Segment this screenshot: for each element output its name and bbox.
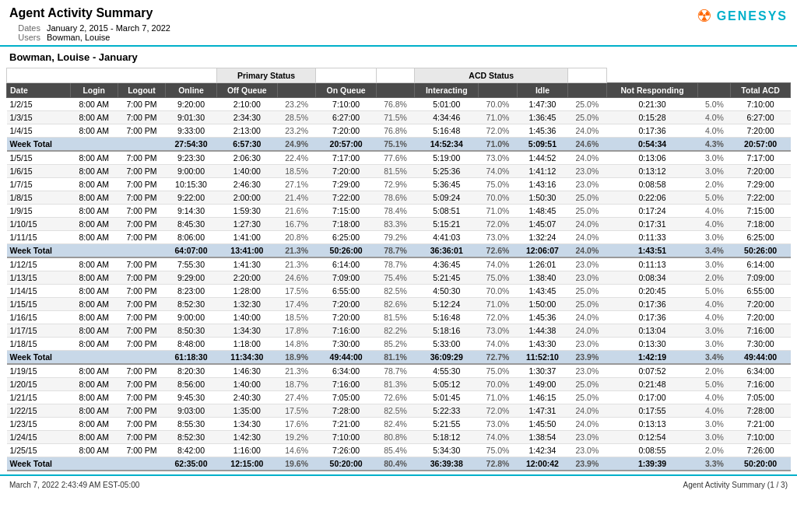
cell-11: 24.0% xyxy=(568,311,606,324)
week-total-row: Week Total61:18:3011:34:3018.9%49:44:008… xyxy=(7,351,791,365)
cell-5: 21.3% xyxy=(277,244,315,258)
cell-2 xyxy=(118,351,166,365)
cell-1 xyxy=(70,138,118,152)
cell-11: 23.0% xyxy=(568,338,606,351)
cell-7: 76.8% xyxy=(376,124,414,138)
cell-7: 82.6% xyxy=(376,298,414,311)
users-row: Users Bowman, Louise xyxy=(9,33,170,42)
acd-status-header: ACD Status xyxy=(415,68,568,83)
cell-8: 5:22:33 xyxy=(415,404,479,418)
cell-9: 70.0% xyxy=(479,98,517,111)
cell-12: 1:42:19 xyxy=(606,351,698,365)
cell-4: 2:40:30 xyxy=(216,391,277,404)
cell-6: 7:21:00 xyxy=(316,418,376,431)
cell-13: 3.0% xyxy=(698,338,731,351)
cell-12: 0:11:13 xyxy=(606,257,698,271)
cell-2: 7:00 PM xyxy=(118,257,166,271)
cell-12: 0:13:13 xyxy=(606,418,698,431)
cell-13: 3.4% xyxy=(698,244,731,258)
cell-13: 2.0% xyxy=(698,178,731,191)
footer-page-info: Agent Activity Summary (1 / 3) xyxy=(683,481,788,489)
empty-group-header xyxy=(7,68,217,83)
cell-3: 8:06:00 xyxy=(166,231,216,244)
cell-2: 7:00 PM xyxy=(118,298,166,311)
cell-12: 0:11:33 xyxy=(606,231,698,244)
cell-0: 1/8/15 xyxy=(7,191,71,205)
cell-9: 71.0% xyxy=(479,298,517,311)
cell-14: 7:26:00 xyxy=(731,444,791,457)
cell-10: 1:43:45 xyxy=(517,285,567,298)
group-header-row: Primary Status ACD Status xyxy=(7,68,791,83)
cell-3: 8:48:00 xyxy=(166,338,216,351)
cell-1: 8:00 AM xyxy=(70,338,118,351)
cell-4: 2:10:00 xyxy=(216,98,277,111)
cell-12: 0:17:55 xyxy=(606,404,698,418)
cell-4: 2:06:30 xyxy=(216,151,277,165)
cell-14: 7:15:00 xyxy=(731,205,791,218)
cell-4: 2:13:00 xyxy=(216,124,277,138)
cell-11: 23.0% xyxy=(568,165,606,178)
cell-0: Week Total xyxy=(7,457,71,471)
cell-10: 1:45:36 xyxy=(517,124,567,138)
cell-0: 1/22/15 xyxy=(7,404,71,418)
table-row: 1/14/158:00 AM7:00 PM8:23:001:28:0017.5%… xyxy=(7,285,791,298)
cell-1: 8:00 AM xyxy=(70,231,118,244)
cell-9: 71.0% xyxy=(479,391,517,404)
cell-11: 23.9% xyxy=(568,457,606,471)
cell-1: 8:00 AM xyxy=(70,124,118,138)
cell-13: 4.0% xyxy=(698,218,731,231)
cell-6: 6:27:00 xyxy=(316,111,376,124)
cell-9: 74.0% xyxy=(479,431,517,444)
cell-4: 2:00:00 xyxy=(216,191,277,205)
cell-2: 7:00 PM xyxy=(118,444,166,457)
cell-8: 5:01:45 xyxy=(415,391,479,404)
cell-12: 0:12:54 xyxy=(606,431,698,444)
cell-11: 23.0% xyxy=(568,178,606,191)
cell-7: 85.2% xyxy=(376,338,414,351)
cell-0: 1/21/15 xyxy=(7,391,71,404)
cell-4: 1:16:00 xyxy=(216,444,277,457)
cell-2: 7:00 PM xyxy=(118,364,166,378)
cell-13: 4.3% xyxy=(698,138,731,152)
cell-2: 7:00 PM xyxy=(118,324,166,338)
table-body: 1/2/158:00 AM7:00 PM9:20:002:10:0023.2%7… xyxy=(7,98,791,471)
cell-11: 25.0% xyxy=(568,98,606,111)
cell-11: 24.0% xyxy=(568,324,606,338)
cell-11: 24.0% xyxy=(568,124,606,138)
cell-5: 24.9% xyxy=(277,138,315,152)
cell-5: 23.2% xyxy=(277,124,315,138)
cell-14: 7:16:00 xyxy=(731,378,791,391)
cell-6: 20:57:00 xyxy=(316,138,376,152)
cell-8: 5:25:36 xyxy=(415,165,479,178)
empty-mid-header xyxy=(316,68,376,83)
cell-12: 0:08:34 xyxy=(606,271,698,285)
cell-1 xyxy=(70,244,118,258)
dates-value: January 2, 2015 - March 7, 2022 xyxy=(47,23,170,33)
week-total-row: Week Total27:54:306:57:3024.9%20:57:0075… xyxy=(7,138,791,152)
cell-3: 8:20:30 xyxy=(166,364,216,378)
cell-14: 6:14:00 xyxy=(731,257,791,271)
cell-8: 36:09:29 xyxy=(415,351,479,365)
cell-2: 7:00 PM xyxy=(118,191,166,205)
cell-10: 1:44:38 xyxy=(517,324,567,338)
cell-5: 16.7% xyxy=(277,218,315,231)
cell-9: 73.0% xyxy=(479,151,517,165)
cell-1: 8:00 AM xyxy=(70,271,118,285)
cell-4: 1:18:00 xyxy=(216,338,277,351)
cell-0: 1/7/15 xyxy=(7,178,71,191)
cell-13: 4.0% xyxy=(698,311,731,324)
cell-3: 9:00:00 xyxy=(166,165,216,178)
cell-9: 75.0% xyxy=(479,178,517,191)
cell-7: 75.4% xyxy=(376,271,414,285)
cell-13: 4.0% xyxy=(698,205,731,218)
cell-0: 1/15/15 xyxy=(7,298,71,311)
cell-12: 0:17:36 xyxy=(606,124,698,138)
cell-12: 0:08:55 xyxy=(606,444,698,457)
cell-9: 72.0% xyxy=(479,404,517,418)
cell-9: 70.0% xyxy=(479,285,517,298)
cell-10: 1:45:36 xyxy=(517,311,567,324)
cell-8: 5:16:48 xyxy=(415,311,479,324)
cell-13: 3.4% xyxy=(698,351,731,365)
cell-11: 24.0% xyxy=(568,218,606,231)
cell-5: 18.7% xyxy=(277,378,315,391)
